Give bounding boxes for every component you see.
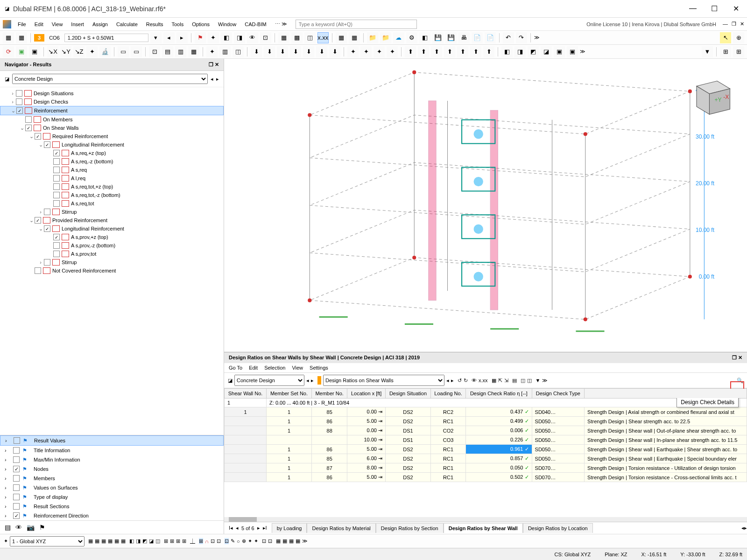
tool-icon[interactable]: ▦ [296, 538, 300, 544]
axis-y-icon[interactable]: ↘Y [60, 46, 71, 57]
results-tab[interactable]: Design Ratios by Shear Wall [444, 523, 523, 533]
nav-camera-icon[interactable]: 📷 [27, 524, 35, 531]
menu-assign[interactable]: Assign [89, 20, 112, 29]
cube-icon[interactable]: ▣ [16, 46, 27, 57]
tool-icon[interactable]: ◧ [221, 32, 232, 43]
pager-prev-icon[interactable]: ◂ [236, 525, 239, 531]
doc-icon[interactable]: 📄 [485, 32, 496, 43]
menu-file[interactable]: File [14, 20, 30, 29]
tool-icon[interactable]: ↻ [464, 378, 468, 384]
tree-item[interactable]: A l,req [0, 174, 224, 182]
next-icon[interactable]: ▸ [451, 378, 454, 384]
tree-item[interactable]: Not Covered Reinforcement [0, 266, 224, 275]
tree-item[interactable]: ›Design Situations [0, 89, 224, 98]
tool-icon[interactable]: ⊞ [182, 538, 186, 544]
tool-icon[interactable]: ⬇ [264, 46, 275, 57]
rmenu-selection[interactable]: Selection [264, 365, 285, 371]
print-icon[interactable]: 🖶 [458, 32, 470, 43]
combo-description[interactable]: 1.20D + S + 0.50W1 [64, 34, 148, 42]
next-icon[interactable]: ▸ [311, 378, 314, 384]
menu-calculate[interactable]: Calculate [113, 20, 141, 29]
refresh-icon[interactable]: ⟳ [3, 46, 14, 57]
results-design-dropdown[interactable]: Concrete Design [234, 375, 304, 386]
axis-x-icon[interactable]: ↘X [47, 46, 58, 57]
col-header[interactable]: Member No. [311, 389, 347, 399]
tool-icon[interactable]: ▦ [114, 538, 119, 544]
tree-item[interactable]: A s,req,-z (bottom) [0, 157, 224, 166]
tool-icon[interactable]: ⏊ [190, 539, 195, 544]
tool-icon[interactable]: ◪ [541, 46, 552, 57]
menu-tools[interactable]: Tools [168, 20, 187, 29]
grid-icon[interactable]: ⊞ [733, 46, 744, 57]
tree-item[interactable]: A s,req [0, 166, 224, 174]
folder-icon[interactable]: 📁 [367, 32, 378, 43]
cursor-icon[interactable]: ↖ [720, 32, 731, 43]
menu-cad-bim[interactable]: CAD-BIM [241, 20, 270, 29]
menu-insert[interactable]: Insert [67, 20, 88, 29]
tool-icon[interactable]: ▦ [95, 538, 99, 544]
tree-item[interactable]: A s,req,tot,-z (bottom) [0, 191, 224, 199]
rmenu-goto[interactable]: Go To [229, 365, 242, 371]
eye-icon[interactable]: 👁 [472, 378, 477, 383]
tree-item[interactable]: ⌄Longitudinal Reinforcement [0, 140, 224, 149]
col-header[interactable]: Loading No. [430, 389, 465, 399]
xxx-icon[interactable]: x.xx [479, 378, 488, 383]
axis-xyz-icon[interactable]: ✦ [86, 46, 98, 57]
axis-z-icon[interactable]: ↘Z [73, 46, 85, 57]
col-header[interactable]: Member Set No. [267, 389, 312, 399]
combo-number[interactable]: 3 [34, 34, 44, 42]
pager-last-icon[interactable]: ▸I [263, 525, 267, 531]
tool-icon[interactable]: ✦ [360, 46, 372, 57]
magnet-icon[interactable]: ∩ [205, 539, 209, 544]
menu-view[interactable]: View [48, 20, 67, 29]
save-icon[interactable]: 💾 [432, 32, 444, 43]
tool-icon[interactable]: ▦ [121, 538, 126, 544]
tool-icon[interactable]: ✦ [347, 46, 359, 57]
rmenu-settings[interactable]: Settings [310, 365, 328, 371]
tree-item[interactable]: A s,req,tot [0, 199, 224, 208]
tool-icon[interactable]: ⇲ [504, 378, 508, 384]
viewport-3d[interactable]: 40.00 ft 30.00 ft 20.00 ft 10.00 ft 0.00… [224, 59, 747, 352]
tree-item[interactable]: ›Stirrup [0, 208, 224, 216]
maximize-button[interactable]: ☐ [708, 4, 721, 13]
tool-icon[interactable]: ▣ [567, 46, 578, 57]
rmenu-view[interactable]: View [292, 365, 303, 371]
combo-dropdown-icon[interactable]: ▾ [150, 32, 162, 43]
tabs-next-icon[interactable]: ▸ [744, 525, 747, 531]
tree-item[interactable]: A s,prov,-z (bottom) [0, 241, 224, 250]
panel-close-icon[interactable]: ✕ [738, 355, 742, 360]
tool-icon[interactable]: ▭ [118, 46, 129, 57]
tool-icon[interactable]: ⬆ [405, 46, 416, 57]
tool-icon[interactable]: ◨ [136, 538, 141, 544]
bottom-item[interactable]: ›⚑Result Sections [0, 502, 224, 511]
minimize-button[interactable]: — [686, 4, 699, 13]
tool-icon[interactable]: ◧ [501, 46, 513, 57]
grid-icon[interactable]: ⊞ [720, 46, 731, 57]
table-row[interactable]: 1878.00 ⇥DS2RC10.050 ✓SD070…Strength Des… [225, 463, 747, 473]
tool-icon[interactable]: ◩ [528, 46, 539, 57]
tool-icon[interactable]: ⊞ [164, 538, 168, 544]
tool-icon[interactable]: ⇱ [498, 378, 502, 384]
bottom-item[interactable]: ›✓⚑Reinforcement Direction [0, 511, 224, 520]
tree-item[interactable]: ⌄Provided Reinforcement [0, 216, 224, 224]
results-tab[interactable]: Design Ratios by Material [307, 523, 375, 533]
sub-close-icon[interactable]: ✕ [740, 21, 744, 27]
bottom-item[interactable]: ›✓⚑Nodes [0, 464, 224, 474]
tool-icon[interactable]: ▥ [175, 46, 186, 57]
menu-window[interactable]: Window [214, 20, 240, 29]
tool-icon[interactable]: ⊡ [211, 538, 215, 544]
new-folder-icon[interactable]: 📁 [380, 32, 391, 43]
axis-cube-icon[interactable]: +Y-X [686, 68, 738, 119]
tool-icon[interactable]: ◫ [527, 378, 532, 384]
next-icon[interactable]: ▸ [216, 76, 219, 82]
tool-icon[interactable]: ⊡ [225, 538, 229, 544]
eye-icon[interactable]: 👁 [247, 32, 258, 43]
save-as-icon[interactable]: 💾 [445, 32, 457, 43]
doc-icon[interactable]: 📄 [472, 32, 483, 43]
table-row[interactable]: 1865.00 ⇥DS2RC10.499 ✓SD050…Strength Des… [225, 417, 747, 426]
combo-prev-icon[interactable]: ◂ [163, 32, 175, 43]
panel-close-icon[interactable]: ✕ [215, 62, 219, 67]
close-button[interactable]: ✕ [729, 4, 742, 13]
tree-item[interactable]: ›Design Checks [0, 98, 224, 106]
table-icon[interactable]: ▦ [492, 378, 496, 384]
